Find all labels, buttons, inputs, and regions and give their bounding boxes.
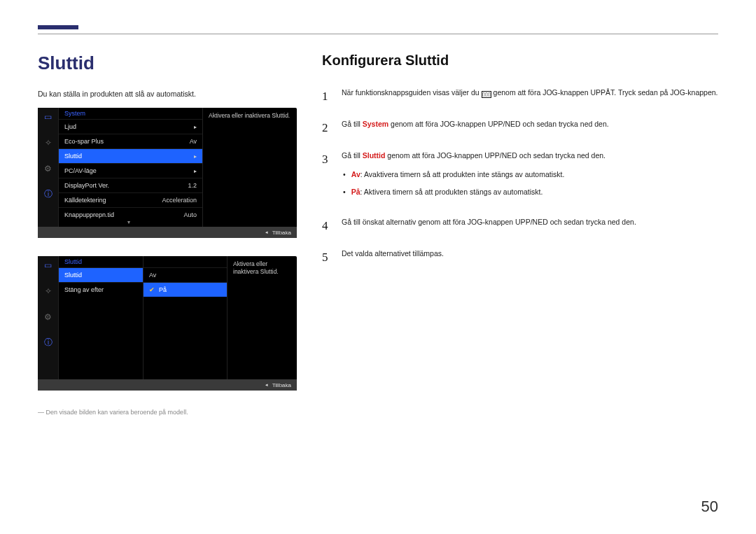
step-2: 2 Gå till System genom att föra JOG-knap… [322,118,718,137]
back-label[interactable]: Tillbaka [272,230,291,236]
step-5: 5 Det valda alternativet tillämpas. [322,248,718,267]
menu-item-kalldetektering[interactable]: KälldetekteringAcceleration [59,192,202,207]
bullet-text: : Avaktivera timern så att produkten int… [360,170,565,178]
highlight-pa: På [351,188,360,196]
menu-item-displayport[interactable]: DisplayPort Ver.1.2 [59,178,202,192]
menu-item-label: Sluttid [64,272,82,279]
menu-item-pcav[interactable]: PC/AV-läge▸ [59,163,202,178]
option-pa[interactable]: ✔ På [144,282,227,297]
section-title: Konfigurera Sluttid [322,52,718,69]
step-text: genom att föra JOG-knappen UPPÅT. Tryck … [493,88,718,97]
menu-item-label: Knappupprepn.tid [64,211,114,218]
osd-left-icons: ▭ ✧ ⚙ ⓘ [38,256,59,379]
menu-item-label: Ljud [64,123,76,130]
header-accent-bar [38,25,78,29]
step-text: genom att föra JOG-knappen UPP/NED och s… [388,120,609,128]
page-title: Sluttid [38,52,297,74]
step-number: 1 [322,87,332,106]
menu-item-sluttid[interactable]: Sluttid▸ [59,148,202,163]
menu-item-label: Stäng av efter [64,286,104,293]
step-number: 3 [322,150,332,203]
bullet-text: : Aktivera timern så att produkten stäng… [360,188,543,196]
chevron-left-icon: ◂ [265,382,268,388]
monitor-icon: ▭ [42,259,54,271]
gear-icon: ⚙ [42,311,54,323]
back-label[interactable]: Tillbaka [272,382,291,388]
submenu-item-sluttid[interactable]: Sluttid [59,267,143,282]
footnote: ― Den visade bilden kan variera beroende… [38,409,297,416]
step-number: 2 [322,118,332,137]
scroll-down-icon: ▾ [127,219,130,225]
osd-left-icons: ▭ ✧ ⚙ ⓘ [38,108,59,227]
step-3: 3 Gå till Sluttid genom att föra JOG-kna… [322,150,718,203]
step-text: När funktionsknappsguiden visas väljer d… [342,88,482,97]
osd-description: Aktivera eller inaktivera Sluttid. [227,256,297,379]
menu-item-value: Acceleration [162,197,197,204]
submenu-item-stangavefter[interactable]: Stäng av efter [59,282,143,297]
highlight-av: Av [351,170,360,178]
highlight-sluttid: Sluttid [363,151,386,160]
menu-item-label: Eco-spar Plus [64,138,104,145]
menu-item-value: Av [190,138,197,145]
step-text: Gå till önskat alternativ genom att föra… [342,216,636,235]
target-icon: ✧ [42,285,54,297]
step-text: Det valda alternativet tillämpas. [342,248,444,267]
menu-item-ecospar[interactable]: Eco-spar PlusAv [59,134,202,148]
menu-item-label: Källdetektering [64,197,106,204]
menu-icon: ▯▯▯ [482,91,491,98]
step-number: 5 [322,248,332,267]
step-1: 1 När funktionsknappsguiden visas väljer… [322,87,718,106]
menu-item-value: 1.2 [188,182,197,189]
osd-menu-header: System [59,108,202,119]
check-icon: ✔ [149,286,155,293]
gear-icon: ⚙ [42,162,54,174]
menu-item-label: Sluttid [64,153,82,160]
chevron-left-icon: ◂ [265,230,268,235]
option-label: På [159,286,167,293]
osd-description: Aktivera eller inaktivera Sluttid. [202,108,297,227]
bullet-av: Av: Avaktivera timern så att produkten i… [343,169,606,181]
osd-menu-header: Sluttid [59,256,143,267]
bullet-pa: På: Aktivera timern så att produkten stä… [343,186,606,198]
step-text: Gå till [342,120,363,128]
intro-text: Du kan ställa in produkten att slå av au… [38,90,297,98]
page-number: 50 [701,498,718,516]
chevron-right-icon: ▸ [194,168,197,174]
target-icon: ✧ [42,136,54,148]
header-rule [38,34,718,34]
chevron-right-icon: ▸ [194,124,197,130]
step-text: genom att föra JOG-knappen UPP/NED och s… [385,151,606,160]
monitor-icon: ▭ [42,111,54,122]
osd-footer: ◂ Tillbaka [38,227,297,238]
menu-item-knappupprepn[interactable]: Knappupprepn.tidAuto [59,207,202,222]
step-text: Gå till [342,151,363,160]
menu-item-value: Auto [183,211,197,218]
osd-system-panel: ▭ ✧ ⚙ ⓘ System Ljud▸ Eco-spar PlusAv [38,108,297,238]
menu-item-label: DisplayPort Ver. [64,182,109,189]
osd-footer: ◂ Tillbaka [38,379,297,391]
step-4: 4 Gå till önskat alternativ genom att fö… [322,216,718,235]
osd-sluttid-panel: ▭ ✧ ⚙ ⓘ Sluttid Sluttid Stäng av efter [38,256,297,391]
menu-item-label: PC/AV-läge [64,167,97,174]
info-icon: ⓘ [42,337,54,349]
option-label: Av [149,272,156,279]
menu-item-ljud[interactable]: Ljud▸ [59,119,202,134]
chevron-right-icon: ▸ [194,153,197,160]
option-av[interactable]: Av [144,267,227,282]
highlight-system: System [363,120,388,128]
info-icon: ⓘ [42,188,54,200]
step-number: 4 [322,216,332,235]
